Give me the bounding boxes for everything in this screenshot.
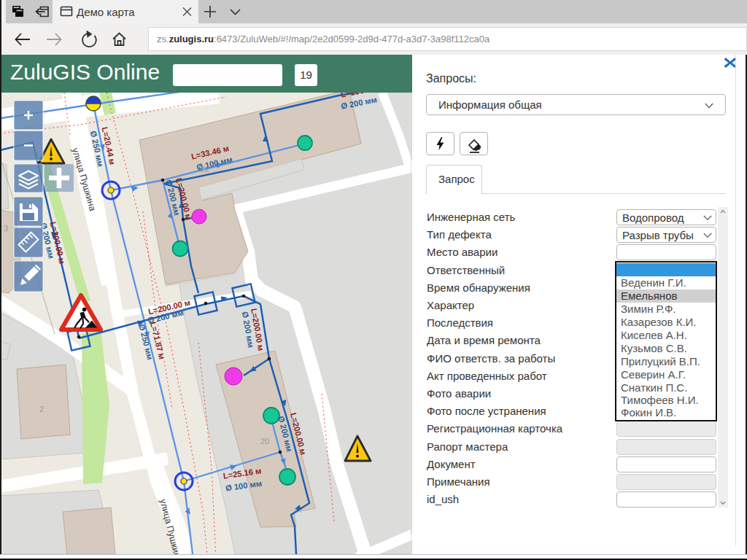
svg-text:3: 3 <box>4 224 8 233</box>
svg-text:2: 2 <box>39 405 44 413</box>
svg-text:22: 22 <box>201 165 209 174</box>
svg-text:20: 20 <box>260 437 269 446</box>
